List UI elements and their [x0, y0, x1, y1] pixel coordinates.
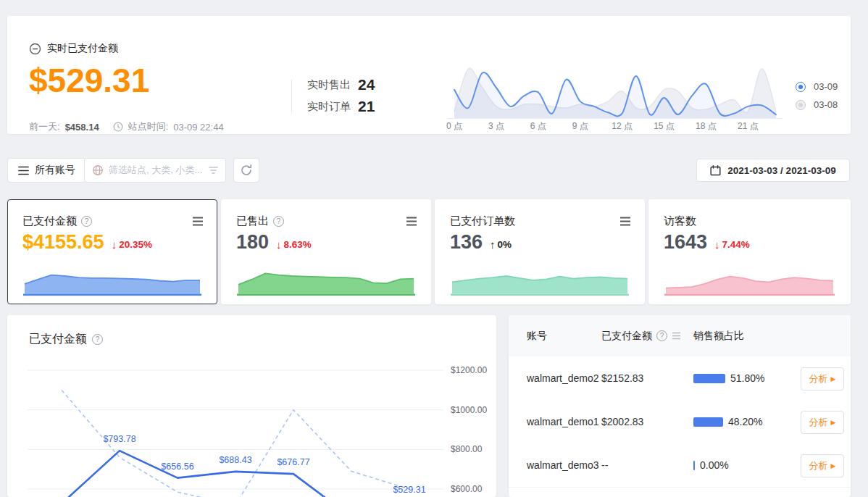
help-icon[interactable]: ? [273, 216, 284, 227]
metric-card-sold[interactable]: 已售出 ? 180 ↓ 8.63% [221, 199, 431, 304]
metric-card-paid-orders[interactable]: 已支付订单数 136 ↑ 0% [435, 199, 645, 304]
arrow-down-icon: ↓ [714, 238, 720, 251]
refresh-icon [240, 164, 253, 177]
sparkline-chart [664, 266, 837, 296]
globe-icon [92, 164, 104, 176]
metric-delta-value: 20.35% [119, 239, 152, 250]
realtime-orders-label: 实时订单 [307, 100, 351, 114]
svg-text:$600.00: $600.00 [451, 484, 483, 494]
svg-text:18 点: 18 点 [696, 121, 717, 131]
analyze-arrow-icon: ▶ [831, 375, 836, 383]
metric-delta: ↓ 8.63% [276, 238, 312, 251]
svg-text:3 点: 3 点 [488, 121, 504, 131]
realtime-stats: 实时售出 24 实时订单 21 [307, 74, 375, 117]
realtime-sold-value: 24 [358, 76, 375, 93]
prev-day-label: 前一天: [29, 120, 60, 133]
svg-text:$688.43: $688.43 [219, 455, 251, 465]
dashboard: 实时已支付金额 $529.31 前一天: $458.14 站点时间: 03-09… [0, 0, 868, 497]
all-accounts-button[interactable]: 所有账号 [7, 158, 86, 183]
analyze-button[interactable]: 分析 ▶ [801, 367, 844, 390]
svg-text:$529.31: $529.31 [393, 485, 425, 495]
help-icon[interactable]: ? [81, 216, 92, 227]
metric-delta: ↓ 20.35% [112, 238, 152, 251]
column-menu-icon[interactable] [672, 332, 681, 340]
help-icon[interactable]: ? [656, 330, 667, 341]
share-percent: 51.80% [730, 372, 764, 384]
analyze-label: 分析 [809, 372, 828, 385]
realtime-sold-label: 实时售出 [307, 78, 351, 92]
column-account: 账号 [527, 330, 601, 343]
card-menu-icon[interactable] [406, 217, 417, 226]
account-amount: $2002.83 [601, 416, 693, 427]
share-bar [693, 374, 725, 383]
card-menu-icon[interactable] [619, 217, 631, 226]
metric-delta-value: 0% [498, 239, 512, 250]
paid-amount-line-chart: $1200.00$1000.00$800.00$600.00$793.78$65… [22, 362, 496, 497]
all-accounts-label: 所有账号 [35, 164, 75, 177]
realtime-amount: $529.31 [29, 61, 149, 100]
account-amount: -- [601, 459, 693, 471]
svg-text:12 点: 12 点 [612, 121, 633, 131]
share-bar [693, 461, 695, 470]
svg-text:0 点: 0 点 [446, 121, 462, 131]
metric-title: 已支付订单数 [450, 214, 515, 228]
svg-text:6 点: 6 点 [530, 121, 546, 131]
svg-text:9 点: 9 点 [572, 121, 588, 131]
vertical-divider [291, 80, 292, 113]
realtime-orders-stat: 实时订单 21 [307, 96, 375, 117]
table-header-row: 账号 已支付金额 ? 销售额占比 [509, 315, 851, 357]
paid-amount-trend-card: 已支付金额 ? $1200.00$1000.00$800.00$600.00$7… [7, 315, 496, 497]
radio-label: 03-08 [814, 99, 838, 110]
account-amount: $2152.83 [601, 372, 693, 384]
radio-label: 03-09 [814, 81, 838, 92]
site-time-label: 站点时间: [128, 120, 169, 133]
radio-day-0308[interactable]: 03-08 [796, 96, 838, 114]
account-name: walmart_demo1 [527, 416, 601, 427]
metric-value: 180 [236, 231, 269, 254]
date-range-picker[interactable]: 2021-03-03 / 2021-03-09 [696, 159, 850, 182]
table-row: walmart_demo3 -- 0.00% 分析 ▶ [509, 443, 851, 488]
column-sales-share: 销售额占比 [693, 330, 744, 343]
realtime-paid-amount-card: 实时已支付金额 $529.31 前一天: $458.14 站点时间: 03-09… [7, 16, 851, 134]
trend-card-title: 已支付金额 [29, 332, 87, 347]
card-menu-icon[interactable] [192, 217, 204, 226]
svg-text:$676.77: $676.77 [277, 457, 309, 467]
analyze-button[interactable]: 分析 ▶ [801, 454, 844, 477]
metric-title: 访客数 [664, 214, 696, 228]
svg-text:$656.56: $656.56 [161, 462, 193, 472]
radio-dot-icon [796, 100, 806, 110]
metric-card-visitors[interactable]: 访客数 1643 ↓ 7.44% [648, 199, 851, 304]
account-name: walmart_demo2 [527, 372, 601, 384]
date-range-value: 2021-03-03 / 2021-03-09 [727, 165, 835, 176]
metric-delta: ↓ 7.44% [714, 238, 750, 251]
share-percent: 0.00% [700, 459, 729, 471]
hourly-trend-chart: 0 点3 点6 点9 点12 点15 点18 点21 点 [442, 62, 788, 131]
list-icon [18, 166, 29, 175]
account-name: walmart_demo3 [527, 459, 601, 471]
metric-card-paid-amount[interactable]: 已支付金额 ? $4155.65 ↓ 20.35% [7, 199, 217, 304]
table-row: walmart_demo1 $2002.83 48.20% 分析 ▶ [509, 400, 851, 444]
radio-day-0309[interactable]: 03-09 [796, 78, 838, 96]
metric-value: $4155.65 [22, 231, 104, 254]
sparkline-chart [450, 266, 631, 296]
metric-delta-value: 8.63% [284, 239, 312, 250]
arrow-up-icon: ↑ [490, 238, 496, 251]
radio-dot-icon [796, 82, 806, 92]
analyze-arrow-icon: ▶ [831, 419, 836, 426]
analyze-label: 分析 [809, 416, 828, 429]
help-icon[interactable]: ? [92, 334, 103, 345]
day-selector: 03-09 03-08 [796, 78, 838, 114]
svg-text:15 点: 15 点 [654, 121, 675, 131]
realtime-orders-value: 21 [358, 98, 375, 115]
metric-value: 1643 [664, 231, 707, 254]
site-filter-input[interactable]: 筛选站点, 大类, 小类... [84, 158, 226, 183]
metric-delta: ↑ 0% [490, 238, 512, 251]
analyze-label: 分析 [809, 459, 828, 472]
realtime-subinfo: 前一天: $458.14 站点时间: 03-09 22:44 [29, 120, 224, 133]
refresh-button[interactable] [233, 158, 259, 183]
analyze-button[interactable]: 分析 ▶ [801, 411, 844, 434]
analyze-arrow-icon: ▶ [831, 462, 836, 469]
realtime-card-header: 实时已支付金额 [29, 42, 118, 55]
filter-funnel-icon [209, 166, 218, 175]
site-filter-placeholder: 筛选站点, 大类, 小类... [109, 164, 204, 177]
